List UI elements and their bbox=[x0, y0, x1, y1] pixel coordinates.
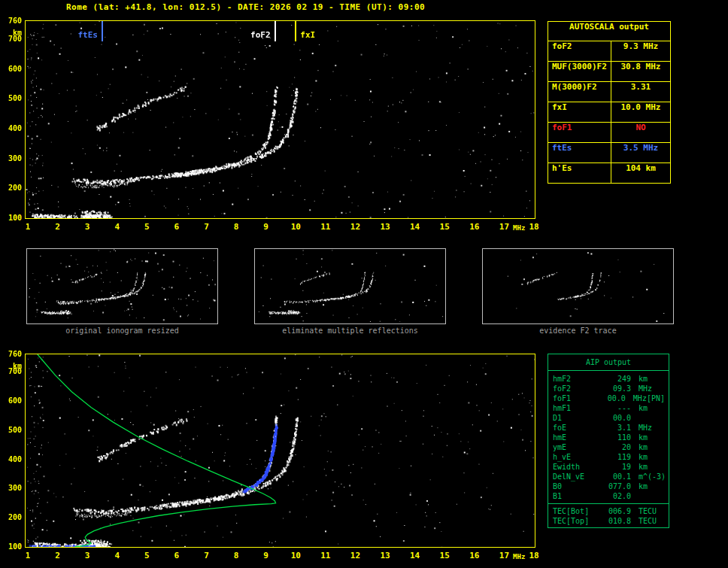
autoscala-row-label: foF2 bbox=[548, 41, 611, 61]
aip-name: foF1 bbox=[548, 393, 596, 403]
aip-val: 00.0 bbox=[596, 393, 626, 403]
thumbnail-evidence-f2: evidence F2 trace bbox=[482, 248, 674, 324]
autoscala-row-label: foF1 bbox=[548, 123, 611, 142]
yt-label: 100 bbox=[0, 214, 22, 222]
xt-label: 13 bbox=[376, 551, 394, 560]
station-header: Rome (lat: +41.8, lon: 012.5) - DATE: 20… bbox=[66, 2, 425, 12]
fxI-marker-label: fxI bbox=[300, 30, 315, 40]
thumbnail-eliminate-reflections: eliminate multiple reflections bbox=[254, 248, 446, 324]
aip-unit: km bbox=[631, 374, 648, 384]
aip-row-foE: foE3.1MHz bbox=[548, 423, 669, 433]
aip-val: 119 bbox=[599, 452, 631, 462]
xt-label: 1 bbox=[19, 551, 37, 560]
aip-row-B0: B0077.0km bbox=[548, 481, 669, 491]
unit-y-label: km bbox=[0, 29, 22, 37]
xt-label: 15 bbox=[435, 551, 453, 560]
aip-val: 077.0 bbox=[599, 481, 631, 491]
autoscala-row-foF2: foF29.3 MHz bbox=[548, 41, 670, 61]
yt-label: 500 bbox=[0, 94, 22, 102]
aip-unit: km bbox=[631, 481, 648, 491]
thumbnail-original-ionogram: original ionogram resized bbox=[26, 248, 218, 324]
xt-label: 12 bbox=[346, 551, 364, 560]
aip-row-hmF2: hmF2249km bbox=[548, 374, 669, 384]
xt-label: 5 bbox=[138, 222, 156, 232]
aip-unit: MHz bbox=[631, 384, 652, 393]
profile-ionogram-canvas bbox=[25, 354, 535, 548]
xt-label: 9 bbox=[257, 551, 275, 560]
xt-label: 14 bbox=[406, 222, 424, 232]
aip-table-rows: hmF2249kmfoF209.3MHzfoF100.0MHz[PN]hmF1-… bbox=[548, 374, 669, 501]
aip-unit: km bbox=[631, 462, 648, 472]
aip-name: B0 bbox=[548, 481, 599, 491]
foF2-marker-line bbox=[275, 21, 276, 41]
ftEs-marker-line bbox=[102, 21, 103, 41]
aip-output-table: AIP output hmF2249kmfoF209.3MHzfoF100.0M… bbox=[548, 354, 669, 528]
aip-row-h_vE: h_vE119km bbox=[548, 452, 669, 462]
xt-label: 11 bbox=[317, 222, 335, 232]
thumbnail-evidence-canvas bbox=[483, 249, 672, 322]
yt-label: 600 bbox=[0, 396, 22, 405]
aip-row-ymE: ymE20km bbox=[548, 442, 669, 452]
ftEs-marker-label: ftEs bbox=[68, 30, 98, 40]
aip-name: h_vE bbox=[548, 452, 599, 462]
autoscala-row-MUF(3000)F2: MUF(3000)F230.8 MHz bbox=[548, 61, 670, 81]
aip-unit: TECU bbox=[631, 506, 657, 516]
aip-val: 3.1 bbox=[599, 423, 631, 433]
aip-name: Ewidth bbox=[548, 462, 599, 472]
aip-row-B1: B102.0 bbox=[548, 491, 669, 501]
autoscala-row-value: 30.8 MHz bbox=[611, 62, 670, 81]
autoscala-row-label: MUF(3000)F2 bbox=[548, 62, 611, 81]
aip-row-foF2: foF209.3MHz bbox=[548, 384, 669, 393]
xt-label: 14 bbox=[406, 551, 424, 560]
aip-table-body: hmF2249kmfoF209.3MHzfoF100.0MHz[PN]hmF1-… bbox=[548, 371, 669, 528]
aip-row-D1: D100.0 bbox=[548, 413, 669, 423]
autoscala-row-label: M(3000)F2 bbox=[548, 82, 611, 102]
aip-name: hmF2 bbox=[548, 374, 599, 384]
xt-label: 4 bbox=[108, 222, 126, 232]
aip-unit bbox=[631, 413, 639, 423]
autoscala-window: Rome (lat: +41.8, lon: 012.5) - DATE: 20… bbox=[0, 0, 728, 568]
aip-unit bbox=[631, 491, 639, 501]
aip-extra: [PN] bbox=[647, 393, 669, 403]
aip-row-foF1: foF100.0MHz[PN] bbox=[548, 393, 669, 403]
xt-label: 2 bbox=[49, 551, 67, 560]
xt-label: 4 bbox=[108, 551, 126, 560]
thumbnail-original-canvas bbox=[27, 249, 216, 322]
aip-name: ymE bbox=[548, 442, 599, 452]
autoscala-row-value: NO bbox=[611, 123, 670, 142]
aip-val: 00.1 bbox=[599, 472, 631, 481]
xt-label: 5 bbox=[138, 551, 156, 560]
unit-y-label: km bbox=[0, 362, 22, 370]
autoscala-row-value: 10.0 MHz bbox=[611, 102, 670, 122]
aip-row-TEC[Bot]: TEC[Bot]006.9TECU bbox=[548, 506, 669, 516]
yt-label: 400 bbox=[0, 124, 22, 132]
xt-label: 6 bbox=[168, 551, 186, 560]
xt-label: 13 bbox=[376, 222, 394, 232]
autoscala-table-title: AUTOSCALA output bbox=[548, 22, 670, 41]
aip-unit: TECU bbox=[631, 516, 657, 526]
xt-label: 3 bbox=[78, 222, 96, 232]
aip-name: hmF1 bbox=[548, 403, 599, 413]
unit-x-label: MHz bbox=[507, 553, 531, 560]
xt-label: 11 bbox=[317, 551, 335, 560]
yt-label: 760 bbox=[0, 17, 22, 25]
aip-row-DelN_vE: DelN_vE00.1m^(-3) bbox=[548, 472, 669, 481]
aip-row-Ewidth: Ewidth19km bbox=[548, 462, 669, 472]
yt-label: 200 bbox=[0, 184, 22, 192]
thumbnail-caption: evidence F2 trace bbox=[481, 327, 675, 335]
autoscala-row-fxI: fxI10.0 MHz bbox=[548, 102, 670, 122]
xt-label: 9 bbox=[257, 222, 275, 232]
xt-label: 8 bbox=[227, 551, 245, 560]
autoscala-table-rows: foF29.3 MHzMUF(3000)F230.8 MHzM(3000)F23… bbox=[548, 41, 670, 183]
aip-unit: km bbox=[631, 442, 648, 452]
aip-name: foE bbox=[548, 423, 599, 433]
fxI-marker-line bbox=[295, 21, 296, 41]
xt-label: 15 bbox=[435, 222, 453, 232]
aip-unit: km bbox=[631, 452, 648, 462]
autoscala-output-table: AUTOSCALA output foF29.3 MHzMUF(3000)F23… bbox=[548, 21, 671, 184]
autoscala-row-value: 9.3 MHz bbox=[611, 41, 670, 61]
autoscala-row-label: fxI bbox=[548, 102, 611, 122]
autoscala-row-label: ftEs bbox=[548, 143, 611, 163]
xt-label: 8 bbox=[227, 222, 245, 232]
xt-label: 7 bbox=[198, 222, 216, 232]
